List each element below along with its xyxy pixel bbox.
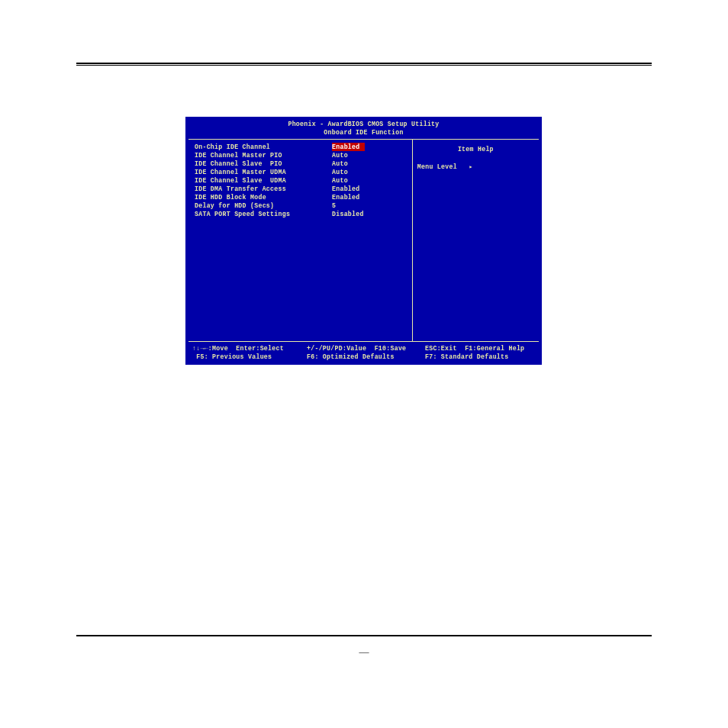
item-help-title: Item Help: [417, 143, 534, 155]
setting-label: IDE Channel Master UDMA: [195, 168, 332, 176]
setting-value: Auto: [332, 151, 348, 159]
setting-label: Delay for HDD (Secs): [195, 201, 332, 210]
setting-label: IDE Channel Slave PIO: [195, 159, 332, 168]
setting-value: Auto: [332, 159, 348, 168]
bios-title-line2: Onboard IDE Function: [186, 128, 541, 137]
setting-label: IDE HDD Block Mode: [195, 193, 332, 201]
bios-screen: Phoenix - AwardBIOS CMOS Setup Utility O…: [185, 117, 542, 365]
bios-settings-panel: On-Chip IDE Channel Enabled IDE Channel …: [188, 140, 413, 341]
bios-frame: Phoenix - AwardBIOS CMOS Setup Utility O…: [185, 117, 542, 365]
bios-title-line1: Phoenix - AwardBIOS CMOS Setup Utility: [186, 120, 541, 128]
footer-row-1: ↑↓→←:Move Enter:Select +/-/PU/PD:Value F…: [192, 344, 535, 353]
hint-optimized-defaults: F6: Optimized Defaults: [307, 353, 425, 361]
setting-ide-channel-master-udma[interactable]: IDE Channel Master UDMA Auto: [195, 168, 412, 176]
setting-value: Enabled: [332, 193, 360, 201]
setting-label: IDE Channel Master PIO: [195, 151, 332, 159]
page-top-rule: [76, 63, 652, 66]
setting-value: Enabled: [332, 143, 365, 151]
setting-ide-channel-slave-pio[interactable]: IDE Channel Slave PIO Auto: [195, 159, 412, 168]
setting-delay-for-hdd[interactable]: Delay for HDD (Secs) 5: [195, 201, 412, 210]
setting-on-chip-ide-channel[interactable]: On-Chip IDE Channel Enabled: [195, 143, 412, 151]
setting-label: IDE Channel Slave UDMA: [195, 176, 332, 185]
setting-value: Auto: [332, 176, 348, 185]
page-bottom-rule: [76, 635, 652, 636]
setting-value: 5: [332, 201, 336, 210]
hint-previous-values: F5: Previous Values: [192, 353, 307, 361]
bios-body: On-Chip IDE Channel Enabled IDE Channel …: [188, 139, 539, 342]
hint-value-save: +/-/PU/PD:Value F10:Save: [307, 344, 425, 353]
setting-ide-channel-master-pio[interactable]: IDE Channel Master PIO Auto: [195, 151, 412, 159]
setting-value: Disabled: [332, 210, 364, 218]
setting-ide-hdd-block-mode[interactable]: IDE HDD Block Mode Enabled: [195, 193, 412, 201]
hint-exit-help: ESC:Exit F1:General Help: [425, 344, 535, 353]
bios-footer: ↑↓→←:Move Enter:Select +/-/PU/PD:Value F…: [186, 342, 541, 364]
setting-value: Enabled: [332, 185, 360, 193]
bios-help-panel: Item Help Menu Level ▸: [413, 140, 539, 341]
hint-move-select: ↑↓→←:Move Enter:Select: [192, 344, 307, 353]
setting-ide-dma-transfer-access[interactable]: IDE DMA Transfer Access Enabled: [195, 185, 412, 193]
footer-row-2: F5: Previous Values F6: Optimized Defaul…: [192, 353, 535, 361]
menu-level-indicator: Menu Level ▸: [417, 163, 534, 170]
setting-sata-port-speed[interactable]: SATA PORT Speed Settings Disabled: [195, 210, 412, 218]
setting-label: IDE DMA Transfer Access: [195, 185, 332, 193]
setting-label: SATA PORT Speed Settings: [195, 210, 332, 218]
setting-value: Auto: [332, 168, 348, 176]
page-number: —: [0, 646, 728, 658]
setting-label: On-Chip IDE Channel: [195, 143, 332, 151]
setting-ide-channel-slave-udma[interactable]: IDE Channel Slave UDMA Auto: [195, 176, 412, 185]
hint-standard-defaults: F7: Standard Defaults: [425, 353, 535, 361]
bios-header: Phoenix - AwardBIOS CMOS Setup Utility O…: [186, 118, 541, 139]
